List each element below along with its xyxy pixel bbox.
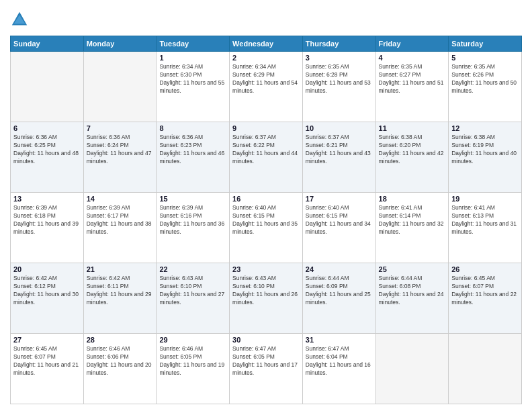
- logo: [10, 10, 32, 29]
- calendar-cell: 12Sunrise: 6:38 AMSunset: 6:19 PMDayligh…: [449, 122, 522, 193]
- cell-details: Sunrise: 6:39 AMSunset: 6:17 PMDaylight:…: [87, 204, 154, 236]
- calendar-cell: 6Sunrise: 6:36 AMSunset: 6:25 PMDaylight…: [11, 122, 84, 193]
- day-number: 12: [451, 124, 519, 132]
- calendar-cell: 22Sunrise: 6:43 AMSunset: 6:10 PMDayligh…: [157, 263, 230, 334]
- calendar-header-row: SundayMondayTuesdayWednesdayThursdayFrid…: [11, 36, 522, 52]
- calendar-cell: 27Sunrise: 6:45 AMSunset: 6:07 PMDayligh…: [11, 334, 84, 404]
- calendar-cell: 20Sunrise: 6:42 AMSunset: 6:12 PMDayligh…: [11, 263, 84, 334]
- cell-details: Sunrise: 6:45 AMSunset: 6:07 PMDaylight:…: [13, 345, 81, 377]
- weekday-header: Friday: [375, 36, 449, 52]
- day-number: 25: [379, 265, 446, 273]
- logo-icon: [10, 10, 29, 29]
- day-number: 28: [87, 336, 154, 344]
- day-number: 8: [159, 124, 226, 132]
- cell-details: Sunrise: 6:36 AMSunset: 6:25 PMDaylight:…: [13, 134, 81, 166]
- day-number: 2: [232, 54, 300, 62]
- cell-details: Sunrise: 6:34 AMSunset: 6:29 PMDaylight:…: [232, 63, 300, 95]
- calendar-cell: 25Sunrise: 6:44 AMSunset: 6:08 PMDayligh…: [375, 263, 449, 334]
- cell-details: Sunrise: 6:45 AMSunset: 6:07 PMDaylight:…: [451, 275, 519, 307]
- cell-details: Sunrise: 6:37 AMSunset: 6:21 PMDaylight:…: [306, 134, 373, 166]
- weekday-header: Wednesday: [230, 36, 303, 52]
- day-number: 24: [306, 265, 373, 273]
- calendar-cell: [375, 334, 449, 404]
- cell-details: Sunrise: 6:40 AMSunset: 6:15 PMDaylight:…: [232, 204, 300, 236]
- calendar-cell: 21Sunrise: 6:42 AMSunset: 6:11 PMDayligh…: [83, 263, 157, 334]
- weekday-header: Saturday: [449, 36, 522, 52]
- calendar-cell: 29Sunrise: 6:46 AMSunset: 6:05 PMDayligh…: [157, 334, 230, 404]
- cell-details: Sunrise: 6:40 AMSunset: 6:15 PMDaylight:…: [306, 204, 373, 236]
- calendar-week-row: 13Sunrise: 6:39 AMSunset: 6:18 PMDayligh…: [11, 193, 522, 263]
- calendar-cell: 10Sunrise: 6:37 AMSunset: 6:21 PMDayligh…: [302, 122, 375, 193]
- day-number: 6: [13, 124, 81, 132]
- day-number: 10: [306, 124, 373, 132]
- calendar-week-row: 6Sunrise: 6:36 AMSunset: 6:25 PMDaylight…: [11, 122, 522, 193]
- day-number: 30: [232, 336, 300, 344]
- calendar-cell: 13Sunrise: 6:39 AMSunset: 6:18 PMDayligh…: [11, 193, 84, 263]
- cell-details: Sunrise: 6:39 AMSunset: 6:16 PMDaylight:…: [159, 204, 226, 236]
- calendar-cell: 23Sunrise: 6:43 AMSunset: 6:10 PMDayligh…: [230, 263, 303, 334]
- calendar-cell: [11, 52, 84, 122]
- cell-details: Sunrise: 6:47 AMSunset: 6:05 PMDaylight:…: [232, 345, 300, 377]
- calendar-cell: 1Sunrise: 6:34 AMSunset: 6:30 PMDaylight…: [157, 52, 230, 122]
- cell-details: Sunrise: 6:41 AMSunset: 6:14 PMDaylight:…: [379, 204, 446, 236]
- calendar-cell: 3Sunrise: 6:35 AMSunset: 6:28 PMDaylight…: [302, 52, 375, 122]
- cell-details: Sunrise: 6:35 AMSunset: 6:26 PMDaylight:…: [451, 63, 519, 95]
- calendar-cell: 18Sunrise: 6:41 AMSunset: 6:14 PMDayligh…: [375, 193, 449, 263]
- weekday-header: Thursday: [302, 36, 375, 52]
- day-number: 15: [159, 195, 226, 203]
- cell-details: Sunrise: 6:42 AMSunset: 6:11 PMDaylight:…: [87, 275, 154, 307]
- cell-details: Sunrise: 6:42 AMSunset: 6:12 PMDaylight:…: [13, 275, 81, 307]
- cell-details: Sunrise: 6:47 AMSunset: 6:04 PMDaylight:…: [306, 345, 373, 377]
- calendar-cell: 30Sunrise: 6:47 AMSunset: 6:05 PMDayligh…: [230, 334, 303, 404]
- day-number: 11: [379, 124, 446, 132]
- day-number: 17: [306, 195, 373, 203]
- calendar-cell: 8Sunrise: 6:36 AMSunset: 6:23 PMDaylight…: [157, 122, 230, 193]
- calendar-cell: 16Sunrise: 6:40 AMSunset: 6:15 PMDayligh…: [230, 193, 303, 263]
- calendar-cell: 9Sunrise: 6:37 AMSunset: 6:22 PMDaylight…: [230, 122, 303, 193]
- weekday-header: Monday: [83, 36, 157, 52]
- day-number: 18: [379, 195, 446, 203]
- day-number: 7: [87, 124, 154, 132]
- cell-details: Sunrise: 6:35 AMSunset: 6:27 PMDaylight:…: [379, 63, 446, 95]
- calendar-week-row: 27Sunrise: 6:45 AMSunset: 6:07 PMDayligh…: [11, 334, 522, 404]
- cell-details: Sunrise: 6:39 AMSunset: 6:18 PMDaylight:…: [13, 204, 81, 236]
- cell-details: Sunrise: 6:43 AMSunset: 6:10 PMDaylight:…: [232, 275, 300, 307]
- cell-details: Sunrise: 6:41 AMSunset: 6:13 PMDaylight:…: [451, 204, 519, 236]
- cell-details: Sunrise: 6:34 AMSunset: 6:30 PMDaylight:…: [159, 63, 226, 95]
- calendar-cell: 17Sunrise: 6:40 AMSunset: 6:15 PMDayligh…: [302, 193, 375, 263]
- day-number: 5: [451, 54, 519, 62]
- calendar-cell: 5Sunrise: 6:35 AMSunset: 6:26 PMDaylight…: [449, 52, 522, 122]
- day-number: 21: [87, 265, 154, 273]
- day-number: 31: [306, 336, 373, 344]
- cell-details: Sunrise: 6:36 AMSunset: 6:24 PMDaylight:…: [87, 134, 154, 166]
- calendar-cell: 19Sunrise: 6:41 AMSunset: 6:13 PMDayligh…: [449, 193, 522, 263]
- day-number: 19: [451, 195, 519, 203]
- calendar-table: SundayMondayTuesdayWednesdayThursdayFrid…: [10, 36, 522, 404]
- header: [10, 10, 522, 29]
- cell-details: Sunrise: 6:43 AMSunset: 6:10 PMDaylight:…: [159, 275, 226, 307]
- cell-details: Sunrise: 6:37 AMSunset: 6:22 PMDaylight:…: [232, 134, 300, 166]
- calendar-cell: 24Sunrise: 6:44 AMSunset: 6:09 PMDayligh…: [302, 263, 375, 334]
- calendar-cell: 7Sunrise: 6:36 AMSunset: 6:24 PMDaylight…: [83, 122, 157, 193]
- weekday-header: Sunday: [11, 36, 84, 52]
- calendar-cell: [449, 334, 522, 404]
- calendar-week-row: 1Sunrise: 6:34 AMSunset: 6:30 PMDaylight…: [11, 52, 522, 122]
- cell-details: Sunrise: 6:36 AMSunset: 6:23 PMDaylight:…: [159, 134, 226, 166]
- calendar-cell: 2Sunrise: 6:34 AMSunset: 6:29 PMDaylight…: [230, 52, 303, 122]
- cell-details: Sunrise: 6:46 AMSunset: 6:06 PMDaylight:…: [87, 345, 154, 377]
- calendar-cell: [83, 52, 157, 122]
- day-number: 1: [159, 54, 226, 62]
- calendar-cell: 31Sunrise: 6:47 AMSunset: 6:04 PMDayligh…: [302, 334, 375, 404]
- calendar-week-row: 20Sunrise: 6:42 AMSunset: 6:12 PMDayligh…: [11, 263, 522, 334]
- cell-details: Sunrise: 6:35 AMSunset: 6:28 PMDaylight:…: [306, 63, 373, 95]
- cell-details: Sunrise: 6:46 AMSunset: 6:05 PMDaylight:…: [159, 345, 226, 377]
- day-number: 14: [87, 195, 154, 203]
- day-number: 23: [232, 265, 300, 273]
- calendar-cell: 14Sunrise: 6:39 AMSunset: 6:17 PMDayligh…: [83, 193, 157, 263]
- day-number: 26: [451, 265, 519, 273]
- day-number: 3: [306, 54, 373, 62]
- calendar-cell: 26Sunrise: 6:45 AMSunset: 6:07 PMDayligh…: [449, 263, 522, 334]
- day-number: 13: [13, 195, 81, 203]
- day-number: 27: [13, 336, 81, 344]
- day-number: 16: [232, 195, 300, 203]
